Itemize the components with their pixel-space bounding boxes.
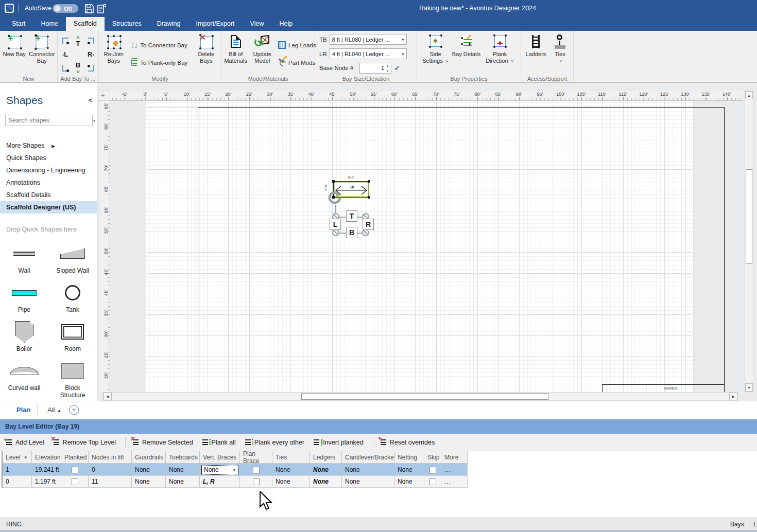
table-row[interactable]: 119.241 ft0NoneNoneNone▼NoneNoneNoneNone…	[3, 464, 468, 476]
apply-check-icon[interactable]: ✓	[394, 64, 401, 72]
side-settings-button[interactable]: ✥ Side Settings ˅	[420, 32, 452, 75]
column-header-elevation[interactable]: Elevation	[32, 451, 61, 464]
shape-item-boiler[interactable]: Boiler	[0, 321, 48, 352]
scroll-up-icon[interactable]: ▲	[745, 91, 753, 99]
shape-item-wall[interactable]: Wall	[0, 242, 48, 274]
sidebar-item-more-shapes[interactable]: More Shapes▶	[0, 139, 97, 152]
lr-size-select[interactable]: 4 ft | RL040 | Ledger ...▾	[330, 48, 407, 59]
cell-ledgers[interactable]: None	[310, 464, 342, 476]
tab-help[interactable]: Help	[271, 17, 300, 31]
page-tab-plan[interactable]: Plan	[16, 406, 30, 414]
add-level-button[interactable]: +Add Level	[5, 438, 44, 446]
cell-cantilever_bracket[interactable]: None	[342, 476, 394, 488]
cell-vert_braces[interactable]: None▼	[200, 464, 240, 476]
ladders-button[interactable]: Ladders	[523, 32, 549, 75]
shape-item-room[interactable]: Room	[48, 321, 97, 352]
cell-elevation[interactable]: 19.241 ft	[32, 464, 61, 476]
add-page-icon[interactable]: +	[69, 405, 79, 415]
bill-of-materials-button[interactable]: Bill of Materials	[222, 32, 249, 75]
cell-skip[interactable]	[424, 464, 441, 476]
tab-drawing[interactable]: Drawing	[149, 17, 188, 31]
to-connector-bay-button[interactable]: → To Connector Bay	[127, 39, 192, 51]
base-node-input[interactable]: 1▲▼	[359, 63, 391, 74]
cell-toeboards[interactable]: None	[166, 464, 200, 476]
column-header-toeboards[interactable]: Toeboards	[166, 451, 200, 464]
ruler-origin-corner[interactable]	[98, 91, 110, 101]
cell-toeboards[interactable]: None	[166, 476, 200, 488]
planked-checkbox[interactable]	[72, 467, 78, 473]
collapse-panel-icon[interactable]: <	[89, 96, 93, 104]
cell-planked[interactable]	[61, 464, 89, 476]
add-bay-bottom-button[interactable]: B˅	[76, 62, 80, 75]
tab-scaffold[interactable]: Scaffold	[66, 17, 105, 31]
remove-top-level-button[interactable]: ✕Remove Top Level	[53, 438, 116, 446]
cell-nodes_in_lift[interactable]: 11	[89, 476, 132, 488]
column-header-level[interactable]: Level▼	[3, 451, 32, 464]
sidebar-item-scaffold-designer-us-[interactable]: Scaffold Designer (US)	[0, 201, 97, 214]
column-header-skip[interactable]: Skip	[424, 451, 441, 464]
add-bay-bottom-right-button[interactable]	[88, 65, 94, 72]
column-header-ties[interactable]: Ties	[272, 451, 310, 464]
cell-plan_brace[interactable]	[240, 476, 272, 488]
add-bay-top-button[interactable]: ˄T	[76, 34, 80, 47]
plank-all-button[interactable]: Plank all	[201, 438, 236, 446]
to-plank-only-bay-button[interactable]: To Plank-only Bay	[127, 57, 192, 69]
column-header-nodes_in_lift[interactable]: Nodes in lift	[89, 451, 132, 464]
column-header-ledgers[interactable]: Ledgers	[310, 451, 342, 464]
search-dropdown-icon[interactable]: ▾	[91, 118, 97, 123]
sidebar-item-dimensioning-engineering[interactable]: Dimensioning - Engineering	[0, 164, 97, 176]
save-as-icon[interactable]	[96, 3, 107, 14]
delete-bays-button[interactable]: ✕ Delete Bays	[193, 32, 220, 75]
selection-handle[interactable]	[368, 180, 370, 183]
update-model-button[interactable]: Update Model	[249, 32, 276, 75]
cell-netting[interactable]: None	[394, 476, 424, 488]
cell-ledgers[interactable]: None	[310, 476, 342, 488]
tab-view[interactable]: View	[243, 17, 272, 31]
drawing-viewport[interactable]: Avontus 8'-0" 4'-0" 4	[110, 101, 739, 392]
planked-checkbox[interactable]	[72, 478, 78, 485]
cell-ties[interactable]: None	[272, 464, 310, 476]
scroll-down-icon[interactable]: ▼	[745, 383, 753, 392]
column-header-cantilever_bracket[interactable]: Cantilever/Bracket	[342, 451, 394, 464]
rotation-handle[interactable]	[327, 190, 342, 206]
selection-handle[interactable]	[368, 196, 370, 199]
tab-home[interactable]: Home	[33, 17, 65, 31]
cell-cantilever_bracket[interactable]: None	[342, 464, 394, 476]
add-bay-left-button[interactable]: ‹L	[62, 51, 68, 58]
column-header-planked[interactable]: Planked	[61, 451, 89, 464]
shape-item-sloped-wall[interactable]: Sloped Wall	[48, 242, 97, 274]
add-bay-t-control[interactable]: T	[346, 210, 357, 222]
add-bay-r-control[interactable]: R	[363, 219, 374, 230]
cell-ties[interactable]: None	[272, 476, 310, 488]
add-bay-top-right-button[interactable]	[88, 38, 94, 44]
vertical-scroll-thumb[interactable]	[746, 169, 752, 264]
cell-vert_braces[interactable]: L, R	[200, 476, 240, 488]
column-header-guardrails[interactable]: Guardrails	[132, 451, 166, 464]
plan_brace-checkbox[interactable]	[253, 478, 260, 485]
cell-more[interactable]: ...	[441, 464, 468, 476]
sidebar-item-scaffold-details[interactable]: Scaffold Details	[0, 189, 97, 201]
horizontal-scroll-thumb[interactable]	[301, 393, 548, 400]
horizontal-scrollbar[interactable]: ◀ ▶	[103, 392, 738, 401]
scroll-left-icon[interactable]: ◀	[104, 393, 112, 400]
sidebar-item-quick-shapes[interactable]: Quick Shapes	[0, 152, 97, 164]
page-tab-all[interactable]: All▲	[47, 406, 61, 414]
shape-item-tank[interactable]: Tank	[48, 281, 97, 313]
column-header-vert_braces[interactable]: Vert. Braces	[200, 451, 240, 464]
skip-checkbox[interactable]	[429, 478, 436, 485]
shape-item-block-structure[interactable]: Block Structure	[48, 360, 97, 399]
plank-every-other-button[interactable]: Plank every other	[244, 438, 304, 446]
add-bay-right-button[interactable]: R›	[88, 51, 94, 58]
column-header-plan_brace[interactable]: Plan Brace	[240, 451, 272, 464]
remove-selected-button[interactable]: ✕Remove Selected	[132, 438, 193, 446]
search-input[interactable]	[6, 117, 91, 124]
selection-handle[interactable]	[332, 180, 335, 183]
new-bay-button[interactable]: + New Bay	[1, 32, 28, 75]
cell-level[interactable]: 1	[3, 464, 32, 476]
ties-button[interactable]: Ties˅	[549, 32, 572, 75]
cell-skip[interactable]	[424, 476, 441, 488]
vert-braces-dropdown[interactable]: None▼	[201, 465, 238, 475]
table-row[interactable]: 01.197 ft11NoneNoneL, RNoneNoneNoneNone.…	[3, 476, 468, 488]
scroll-right-icon[interactable]: ▶	[729, 393, 737, 400]
column-header-more[interactable]: More	[441, 451, 468, 464]
